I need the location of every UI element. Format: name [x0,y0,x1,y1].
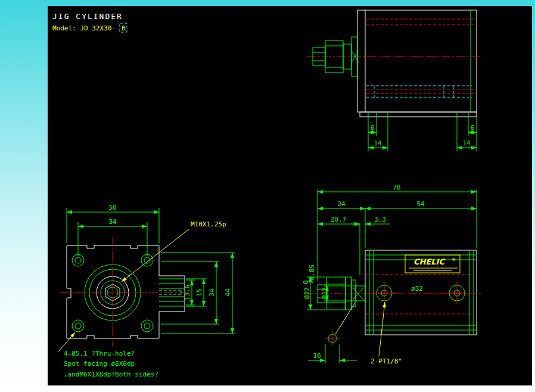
dim-20-7: 20.7 [318,216,360,275]
title-block: JIG CYLINDER Model: JD 32X30- B [52,12,127,32]
note-line-1: 4-Ø5.1 ?Thru-hole? [64,350,135,357]
corner-hole-bottom-left [72,320,84,332]
dim-14-right: 14 [457,117,477,151]
cylinder-body-outline [357,10,477,112]
dim-34-vertical-label: 34 [208,288,216,297]
thread-label: M10X1.25p [191,220,226,228]
port-hole-left [374,282,395,304]
dim-dia-22: Ø22 0 -0.05 [302,265,325,310]
model-variant-label: B [122,24,126,32]
model-label: Model: JD 32X30- [52,24,116,32]
cad-drawing-canvas[interactable]: JIG CYLINDER Model: JD 32X30- B [48,6,532,385]
note-line-2: Spot facing ø8X6dp [64,360,135,368]
dim-15-label: 15 [195,288,203,296]
dim-34-label: 34 [108,218,117,226]
section-view: 78 24 54 20.7 [302,183,483,365]
application-window: JIG CYLINDER Model: JD 32X30- B [0,0,535,392]
brand-plate: CHELIC ® [405,255,460,273]
dim-20-7-label: 20.7 [331,216,347,223]
hole-notes: 4-Ø5.1 ?Thru-hole? Spot facing ø8X6dp ,a… [58,332,158,378]
front-view: 50 34 13.6 [58,204,235,378]
page-title: JIG CYLINDER [52,12,123,21]
brand-logo-text: CHELIC [413,257,445,266]
dim-78: 78 [318,183,477,281]
mounting-plate [360,112,477,117]
dim-3-3-label: 3.3 [374,216,386,223]
port-callout: 2-PT1/8" [371,302,402,365]
dim-14-left: 14 [368,117,388,151]
port-hole-right [446,282,468,304]
dim-13-6-label: 13.6 [183,285,191,301]
port-label: 2-PT1/8" [371,357,402,365]
dim-54: 54 [365,200,477,209]
dim-54-label: 54 [416,200,425,208]
note-line-3: ,andM6X1X8dp?Both sides? [64,371,158,378]
thread-callout: M10X1.25p [122,220,226,282]
dia-22-tol-lower: -0.05 [308,265,316,284]
dim-13-6: 13.6 [183,280,195,305]
dia-12-label: Ø12 [321,287,329,299]
dim-14-right-label: 14 [462,139,471,147]
dim-3-3: 3.3 [351,216,390,224]
dim-6-left-label: 6 [371,124,375,132]
dim-24-label: 24 [337,200,346,208]
dim-6-right-label: 6 [471,124,475,132]
dim-10-label: 10 [313,352,321,360]
dim-14-left-label: 14 [374,139,382,147]
corner-hole-bottom-right [141,320,153,332]
dia-22-label: Ø22 [303,287,311,299]
dim-78-label: 78 [393,183,400,191]
breather-pin [325,303,355,346]
dim-50-label: 50 [108,204,116,211]
cad-drawing: JIG CYLINDER Model: JD 32X30- B [48,6,532,385]
top-side-view: 6 14 6 14 [307,10,483,151]
dim-10: 10 [308,344,357,363]
brand-registered-mark: ® [452,257,456,262]
dim-44-label: 44 [224,288,232,297]
bore-label: ø32 [411,285,423,293]
